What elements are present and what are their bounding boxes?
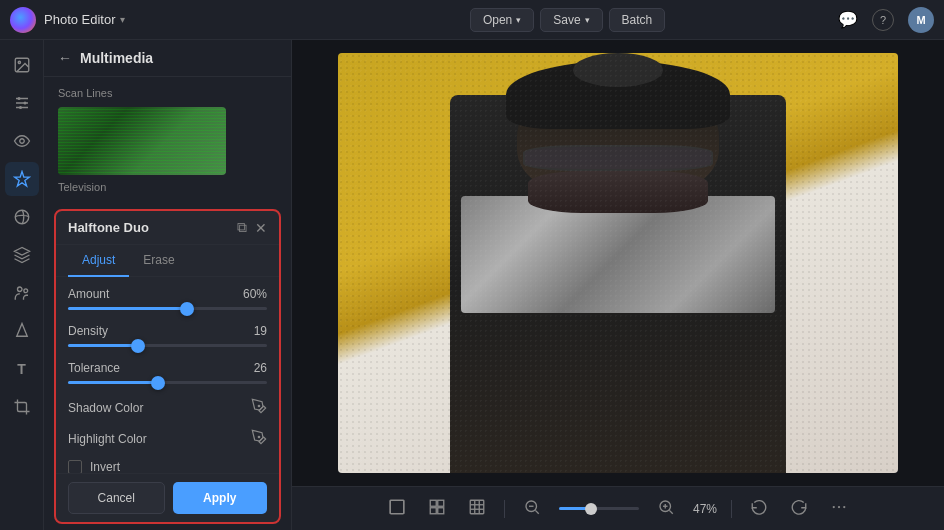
canvas-area: 47% xyxy=(292,40,944,530)
effect-title: Halftone Duo xyxy=(68,220,149,235)
save-button[interactable]: Save ▾ xyxy=(540,8,602,32)
chat-icon-button[interactable]: 💬 xyxy=(838,10,858,29)
icon-bar-filters[interactable] xyxy=(5,200,39,234)
svg-rect-12 xyxy=(390,500,404,514)
tab-adjust[interactable]: Adjust xyxy=(68,245,129,277)
icon-bar-view[interactable] xyxy=(5,124,39,158)
icon-bar-adjustments[interactable] xyxy=(5,86,39,120)
redo-button[interactable] xyxy=(786,494,812,524)
svg-point-2 xyxy=(17,97,20,100)
open-button[interactable]: Open ▾ xyxy=(470,8,534,32)
density-control: Density 19 xyxy=(68,324,267,347)
invert-row: Invert xyxy=(68,460,267,473)
svg-rect-19 xyxy=(470,500,484,514)
amount-control: Amount 60% xyxy=(68,287,267,310)
zoom-slider[interactable] xyxy=(559,507,639,510)
tolerance-label: Tolerance xyxy=(68,361,120,375)
tolerance-value: 26 xyxy=(254,361,267,375)
density-slider[interactable] xyxy=(68,344,267,347)
svg-point-5 xyxy=(19,139,24,144)
main-area: T ← Multimedia Scan Lines Television Hal… xyxy=(0,40,944,530)
undo-button[interactable] xyxy=(746,494,772,524)
topbar-center: Open ▾ Save ▾ Batch xyxy=(470,8,665,32)
svg-rect-16 xyxy=(438,500,444,506)
zoom-slider-wrap xyxy=(559,507,639,510)
app-logo xyxy=(10,7,36,33)
zoom-out-button[interactable] xyxy=(519,494,545,524)
app-name: Photo Editor xyxy=(44,12,116,27)
svg-line-28 xyxy=(669,510,672,513)
highlight-color-picker[interactable] xyxy=(251,429,267,448)
scan-lines-thumbnail[interactable] xyxy=(58,107,226,175)
svg-point-33 xyxy=(843,505,845,507)
svg-point-3 xyxy=(23,102,26,105)
svg-point-31 xyxy=(833,505,835,507)
svg-point-4 xyxy=(19,106,22,109)
scan-lines-section: Scan Lines Television xyxy=(44,77,291,203)
svg-point-6 xyxy=(15,210,29,224)
grid-button[interactable] xyxy=(464,494,490,524)
more-options-button[interactable] xyxy=(826,494,852,524)
close-effect-button[interactable]: ✕ xyxy=(255,220,267,236)
svg-rect-15 xyxy=(430,500,436,506)
shadow-color-label: Shadow Color xyxy=(68,401,143,415)
icon-bar-image[interactable] xyxy=(5,48,39,82)
zoom-value: 47% xyxy=(693,502,717,516)
tab-erase[interactable]: Erase xyxy=(129,245,188,277)
icon-bar-effects[interactable] xyxy=(5,162,39,196)
icon-bar: T xyxy=(0,40,44,530)
svg-point-7 xyxy=(17,287,22,292)
icon-bar-text[interactable]: T xyxy=(5,352,39,386)
density-value: 19 xyxy=(254,324,267,338)
panel-header: ← Multimedia xyxy=(44,40,291,77)
apply-button[interactable]: Apply xyxy=(173,482,268,514)
effect-tabs: Adjust Erase xyxy=(56,245,279,277)
svg-point-8 xyxy=(23,289,27,293)
icon-bar-layers[interactable] xyxy=(5,238,39,272)
canvas-content xyxy=(292,40,944,486)
highlight-color-label: Highlight Color xyxy=(68,432,147,446)
svg-point-32 xyxy=(838,505,840,507)
transform-button[interactable] xyxy=(424,494,450,524)
svg-line-25 xyxy=(535,510,538,513)
amount-slider[interactable] xyxy=(68,307,267,310)
user-avatar[interactable]: M xyxy=(908,7,934,33)
invert-checkbox[interactable] xyxy=(68,460,82,473)
tolerance-slider[interactable] xyxy=(68,381,267,384)
television-label: Television xyxy=(58,181,277,193)
amount-label: Amount xyxy=(68,287,109,301)
crop-tool-button[interactable] xyxy=(384,494,410,524)
back-icon: ← xyxy=(58,50,72,66)
side-panel: ← Multimedia Scan Lines Television Halft… xyxy=(44,40,292,530)
icon-bar-shapes[interactable] xyxy=(5,314,39,348)
panel-title: Multimedia xyxy=(80,50,153,66)
tolerance-control: Tolerance 26 xyxy=(68,361,267,384)
copy-icon: ⧉ xyxy=(237,219,247,235)
effect-controls: Amount 60% Density 19 xyxy=(56,277,279,473)
svg-rect-17 xyxy=(430,507,436,513)
icon-bar-crop[interactable] xyxy=(5,390,39,424)
svg-point-10 xyxy=(258,405,261,408)
chat-icon: 💬 xyxy=(838,11,858,28)
amount-value: 60% xyxy=(243,287,267,301)
topbar: Photo Editor ▾ Open ▾ Save ▾ Batch 💬 ? M xyxy=(0,0,944,40)
help-icon: ? xyxy=(880,14,886,26)
effect-footer: Cancel Apply xyxy=(56,473,279,522)
effect-panel: Halftone Duo ⧉ ✕ Adjust Erase xyxy=(54,209,281,524)
shadow-color-picker[interactable] xyxy=(251,398,267,417)
batch-button[interactable]: Batch xyxy=(609,8,666,32)
cancel-button[interactable]: Cancel xyxy=(68,482,165,514)
panel-back-button[interactable]: ← xyxy=(58,50,72,66)
copy-effect-button[interactable]: ⧉ xyxy=(237,219,247,236)
svg-rect-18 xyxy=(438,507,444,513)
app-name-arrow: ▾ xyxy=(120,14,125,25)
help-icon-button[interactable]: ? xyxy=(872,9,894,31)
density-label: Density xyxy=(68,324,108,338)
shadow-color-row: Shadow Color xyxy=(68,398,267,417)
photo-display xyxy=(338,53,898,473)
bottom-toolbar: 47% xyxy=(292,486,944,530)
effect-panel-icons: ⧉ ✕ xyxy=(237,219,267,236)
svg-marker-9 xyxy=(16,324,27,337)
icon-bar-people[interactable] xyxy=(5,276,39,310)
zoom-in-button[interactable] xyxy=(653,494,679,524)
